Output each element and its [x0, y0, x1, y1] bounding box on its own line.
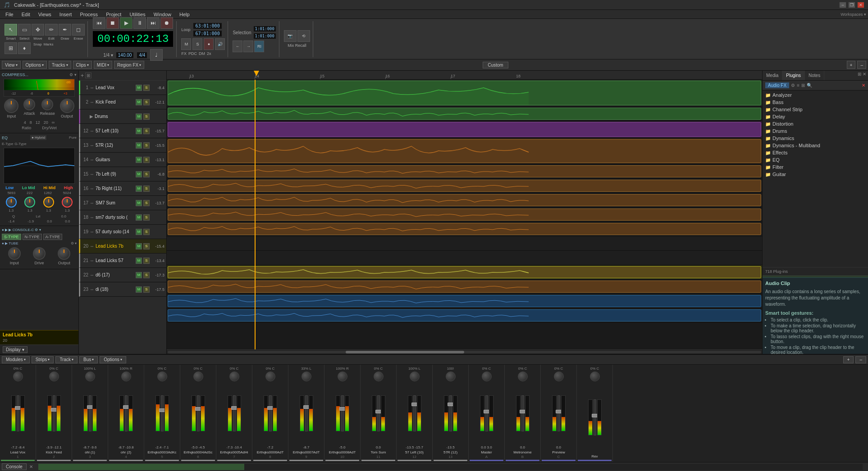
low-band[interactable]: Low [5, 186, 14, 190]
track-solo-7[interactable]: S [143, 186, 150, 192]
track-solo-9[interactable]: S [143, 214, 150, 221]
fx-cat-eq[interactable]: 📁 EQ [763, 156, 867, 163]
minimize-button[interactable]: – [839, 2, 846, 8]
tempo-display[interactable]: 140.00 [116, 52, 134, 59]
clip-kickFeed[interactable] [168, 108, 761, 120]
track-solo-2[interactable]: S [143, 113, 150, 120]
timesig-display[interactable]: 4/4 [137, 52, 147, 59]
clip-57left[interactable] [168, 139, 761, 163]
ch-pan-knob-6[interactable] [229, 371, 239, 381]
menu-insert[interactable]: Insert [56, 11, 76, 18]
console-tab[interactable]: Console [2, 463, 27, 470]
midi-dropdown[interactable]: MIDI [94, 61, 112, 69]
mix-strips-btn[interactable]: Strips [32, 356, 54, 363]
fx-config-btn[interactable]: ⚙ [791, 83, 795, 88]
ch-pan-knob-15[interactable] [554, 371, 564, 381]
track-mute-1[interactable]: M [136, 99, 142, 105]
drive-knob[interactable] [33, 247, 46, 260]
sel-btn3[interactable]: RI [254, 41, 264, 52]
loop-m-btn[interactable]: M [181, 38, 191, 50]
track-header-4[interactable]: 13 ↔ 57R (12) M S -15.5 [79, 138, 166, 153]
fx-cat-effects[interactable]: 📁 Effects [763, 149, 867, 156]
track-mute-9[interactable]: M [136, 214, 142, 221]
close-button[interactable]: ✕ [857, 2, 864, 8]
loop-rec-btn[interactable]: ● [204, 38, 214, 50]
menu-project[interactable]: Project [102, 11, 125, 18]
sel-btn2[interactable]: → [243, 41, 253, 52]
play-btn[interactable]: ▶ [120, 17, 132, 29]
hybrid-btn[interactable]: ● Hybrid [30, 135, 46, 140]
track-mute-11[interactable]: M [136, 243, 142, 249]
menu-window[interactable]: Window [150, 11, 175, 18]
clip-leadlicks57[interactable] [168, 281, 761, 293]
tab-plugins[interactable]: Plugins [782, 71, 805, 80]
menu-file[interactable]: File [2, 11, 17, 18]
input-knob[interactable] [4, 99, 18, 113]
fx-search-btn[interactable]: 🔍 [807, 83, 812, 88]
track-solo-4[interactable]: S [143, 142, 150, 149]
clip-guitars[interactable] [168, 180, 761, 192]
draw-tool-btn[interactable]: ✒ [59, 24, 71, 36]
track-solo-13[interactable]: S [143, 272, 150, 278]
track-header-8[interactable]: 17 ↔ SM7 Sum M S -13.7 [79, 196, 166, 210]
display-btn[interactable]: Display ▾ [3, 346, 27, 353]
sel-end[interactable]: 1:01:000 [253, 33, 276, 39]
add-track-btn[interactable]: + [81, 72, 84, 79]
ch-pan-knob-9[interactable] [338, 371, 347, 381]
high-band[interactable]: High [64, 186, 73, 190]
sel-btn1[interactable]: ← [233, 41, 242, 52]
hscrollbar[interactable] [167, 349, 762, 354]
ch-pan-knob-0[interactable] [13, 371, 23, 381]
track-mute-0[interactable]: M [136, 85, 142, 91]
fx-list-btn[interactable]: ≡ [797, 83, 799, 88]
ch-pan-knob-12[interactable] [446, 371, 456, 381]
menu-help[interactable]: Help [176, 11, 193, 18]
view-dropdown[interactable]: View [2, 61, 21, 69]
snap-btn[interactable]: ⊞ [5, 42, 17, 54]
track-header-12[interactable]: 21 ↔ Lead Licks 57 M S -13.4 [79, 254, 166, 268]
fx-cat-delay[interactable]: 📁 Delay [763, 113, 867, 120]
track-solo-6[interactable]: S [143, 171, 150, 177]
menu-utilities[interactable]: Utilities [126, 11, 149, 18]
menu-process[interactable]: Process [76, 11, 101, 18]
smart-tool-btn[interactable]: ↖ [5, 24, 17, 36]
marks-btn[interactable]: ♦ [18, 42, 31, 54]
ch-pan-knob-1[interactable] [49, 371, 59, 381]
track-mute-3[interactable]: M [136, 128, 142, 134]
loop-s-btn[interactable]: S [192, 38, 202, 50]
pure-btn[interactable]: Pure [69, 136, 77, 140]
track-mute-8[interactable]: M [136, 200, 142, 206]
ch-pan-knob-10[interactable] [374, 371, 384, 381]
loop-spk-btn[interactable]: 🔊 [215, 38, 225, 50]
track-mute-12[interactable]: M [136, 258, 142, 264]
track-solo-0[interactable]: S [143, 85, 150, 91]
output-knob[interactable] [60, 99, 74, 113]
time-display[interactable]: 00:00:22:13 [92, 31, 174, 47]
s-type-btn[interactable]: S-TYPE [2, 234, 21, 240]
track-header-14[interactable]: 23 ↔ di (18) M S -17.5 [79, 282, 166, 297]
ch-pan-knob-7[interactable] [265, 371, 275, 381]
clip-57r[interactable] [168, 165, 761, 177]
fx-cat-analyzer[interactable]: 📁 Analyzer [763, 91, 867, 99]
track-solo-12[interactable]: S [143, 258, 150, 264]
track-header-5[interactable]: 14 ↔ Guitars M S -13.1 [79, 153, 166, 167]
clip-7bleft[interactable] [168, 194, 761, 206]
track-mute-14[interactable]: M [136, 286, 142, 293]
recall-btn2[interactable]: ⟲ [297, 30, 310, 42]
tab-notes[interactable]: Notes [805, 71, 824, 80]
track-mute-7[interactable]: M [136, 186, 142, 192]
zoom-in-btn[interactable]: + [847, 61, 856, 69]
clips-dropdown[interactable]: Clips [73, 61, 92, 69]
track-mute-6[interactable]: M [136, 171, 142, 177]
mix-options-btn[interactable]: Options [100, 356, 126, 363]
mix-modules-btn[interactable]: Modules [2, 356, 30, 363]
ch-pan-knob-2[interactable] [85, 371, 95, 381]
clip-di[interactable] [168, 309, 761, 322]
eq-knob-himid[interactable] [43, 197, 54, 208]
erase-tool-btn[interactable]: ◻ [72, 24, 85, 36]
ch-pan-knob-3[interactable] [121, 371, 131, 381]
select-tool-btn[interactable]: ▭ [18, 24, 31, 36]
lomid-band[interactable]: Lo Mid [22, 186, 35, 190]
track-mute-2[interactable]: M [136, 113, 142, 120]
track-header-0[interactable]: 1 ↔ Lead Vox M S -8.4 [79, 81, 166, 95]
